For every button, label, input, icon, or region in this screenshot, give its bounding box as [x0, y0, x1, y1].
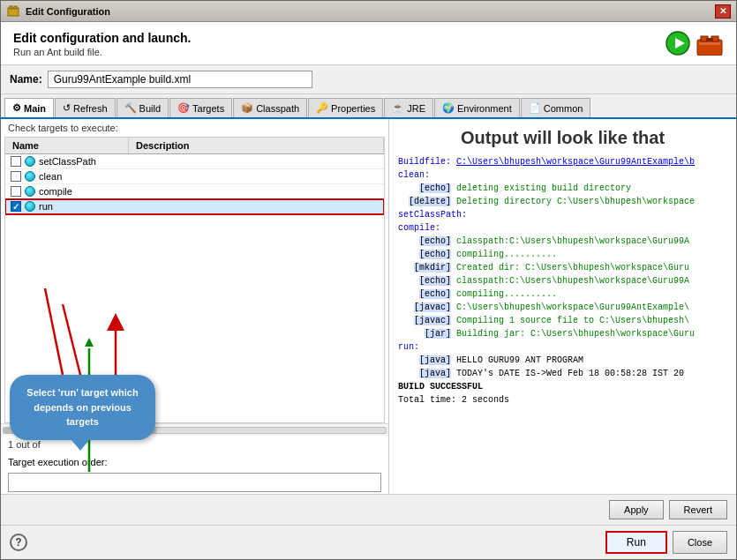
targets-input[interactable]	[8, 473, 381, 492]
properties-tab-icon: 🔑	[316, 102, 328, 114]
tab-common[interactable]: 📄 Common	[521, 98, 591, 117]
tab-targets[interactable]: 🎯 Targets	[169, 98, 232, 117]
svg-rect-1	[10, 6, 12, 9]
console-line: [echo] classpath:C:\Users\bhupesh\worksp…	[398, 235, 727, 248]
targets-tab-label: Targets	[192, 103, 224, 114]
col-desc: Description	[129, 138, 384, 153]
common-tab-label: Common	[544, 103, 583, 114]
tab-jre[interactable]: ☕ JRE	[384, 98, 433, 117]
table-row: ✓ run	[5, 199, 384, 214]
apply-button[interactable]: Apply	[609, 500, 664, 519]
output-title: Output will look like that	[398, 128, 727, 148]
main-content: Check targets to execute: Name Descripti…	[1, 119, 736, 494]
classpath-tab-label: Classpath	[256, 103, 299, 114]
environment-tab-label: Environment	[457, 103, 512, 114]
console-line: [java] TODAY's DATE IS->Wed Feb 18 00:58…	[398, 367, 727, 380]
tab-main[interactable]: ⚙ Main	[4, 98, 54, 117]
table-header: Name Description	[5, 138, 384, 154]
tab-classpath[interactable]: 📦 Classpath	[233, 98, 307, 117]
row3-cell-desc	[129, 190, 384, 193]
col-name: Name	[5, 138, 129, 153]
row2-checkbox[interactable]	[11, 171, 21, 182]
row4-checkbox[interactable]: ✓	[11, 201, 21, 212]
console-line: [delete] Deleting directory C:\Users\bhu…	[398, 195, 727, 208]
name-label: Name:	[10, 73, 42, 86]
row2-name: clean	[39, 171, 62, 182]
row2-target-icon	[25, 171, 35, 182]
toolbox-icon	[696, 31, 724, 56]
console-line: [javac] Compiling 1 source file to C:\Us…	[398, 314, 727, 327]
build-tab-icon: 🔨	[124, 102, 137, 114]
speech-bubble: Select 'run' target which depends on pre…	[10, 375, 155, 440]
console-line: [echo] compiling..........	[398, 248, 727, 261]
table-row: clean	[5, 169, 384, 184]
tab-build[interactable]: 🔨 Build	[117, 98, 169, 117]
tab-environment[interactable]: 🌍 Environment	[434, 98, 520, 117]
console-line: [javac] C:\Users\bhupesh\workspace\Guru9…	[398, 301, 727, 314]
row1-name: setClassPath	[39, 156, 96, 167]
run-button[interactable]: Run	[605, 531, 667, 554]
table-row: compile	[5, 184, 384, 199]
close-button-title[interactable]: ✕	[715, 4, 731, 19]
right-panel: Output will look like that Buildfile: C:…	[389, 119, 736, 494]
name-row: Name:	[1, 65, 736, 94]
tab-refresh[interactable]: ↺ Refresh	[55, 98, 116, 117]
console-line: clean:	[398, 168, 727, 182]
console-line: [echo] classpath:C:\Users\bhupesh\worksp…	[398, 274, 727, 287]
targets-tab-icon: 🎯	[177, 102, 190, 114]
console-line: [echo] deleting existing build directory	[398, 182, 727, 195]
row3-name: compile	[39, 186, 72, 197]
revert-button[interactable]: Revert	[669, 500, 727, 519]
left-panel: Check targets to execute: Name Descripti…	[1, 119, 389, 494]
check-label: Check targets to execute:	[1, 119, 388, 137]
row4-cell-name: ✓ run	[5, 199, 129, 213]
jre-tab-label: JRE	[407, 103, 425, 114]
header-title: Edit configuration and launch.	[13, 31, 191, 45]
jre-tab-icon: ☕	[392, 102, 404, 114]
row1-cell-desc	[129, 160, 384, 163]
header-icons	[666, 31, 724, 56]
table-row: setClassPath	[5, 154, 384, 169]
console-line: [mkdir] Created dir: C:\Users\bhupesh\wo…	[398, 261, 727, 274]
name-input[interactable]	[48, 71, 312, 88]
bottom-bar: Apply Revert	[1, 494, 736, 525]
environment-tab-icon: 🌍	[442, 102, 455, 114]
console-line: Total time: 2 seconds	[398, 393, 727, 407]
targets-label: Target execution order:	[1, 453, 388, 471]
row3-target-icon	[25, 186, 35, 197]
refresh-tab-icon: ↺	[63, 102, 71, 114]
row2-cell-name: clean	[5, 169, 129, 183]
footer-buttons: Run Close	[605, 531, 727, 554]
row1-cell-name: setClassPath	[5, 154, 129, 168]
row3-checkbox[interactable]	[11, 186, 21, 197]
console-line: [echo] compiling..........	[398, 287, 727, 301]
console-line: run:	[398, 340, 727, 354]
run-icon	[666, 31, 690, 56]
classpath-tab-icon: 📦	[241, 102, 253, 114]
header-subtitle: Run an Ant build file.	[13, 47, 191, 57]
main-window: Edit Configuration ✕ Edit configuration …	[0, 0, 737, 560]
svg-rect-8	[706, 38, 713, 41]
row1-checkbox[interactable]	[11, 156, 21, 167]
row1-target-icon	[25, 156, 35, 167]
help-button[interactable]: ?	[10, 534, 27, 551]
svg-rect-5	[697, 40, 722, 56]
console-line: BUILD SUCCESSFUL	[398, 380, 727, 393]
main-tab-label: Main	[24, 103, 46, 114]
header-section: Edit configuration and launch. Run an An…	[1, 22, 736, 65]
common-tab-icon: 📄	[529, 102, 541, 114]
console-line: setClassPath:	[398, 208, 727, 221]
close-button[interactable]: Close	[673, 531, 727, 554]
tab-properties[interactable]: 🔑 Properties	[308, 98, 383, 117]
console-output: Buildfile: C:\Users\bhupesh\workspace\Gu…	[398, 155, 727, 407]
row4-name: run	[39, 201, 53, 212]
row4-target-icon	[25, 201, 35, 212]
row4-cell-desc	[129, 205, 384, 208]
tab-bar: ⚙ Main ↺ Refresh 🔨 Build 🎯 Targets 📦 Cla…	[1, 94, 736, 119]
footer: ? Run Close	[1, 525, 736, 559]
svg-rect-9	[699, 42, 720, 45]
title-bar-icon	[6, 4, 20, 19]
console-line: Buildfile: C:\Users\bhupesh\workspace\Gu…	[398, 155, 727, 168]
row3-cell-name: compile	[5, 184, 129, 198]
console-line: [jar] Building jar: C:\Users\bhupesh\wor…	[398, 327, 727, 340]
